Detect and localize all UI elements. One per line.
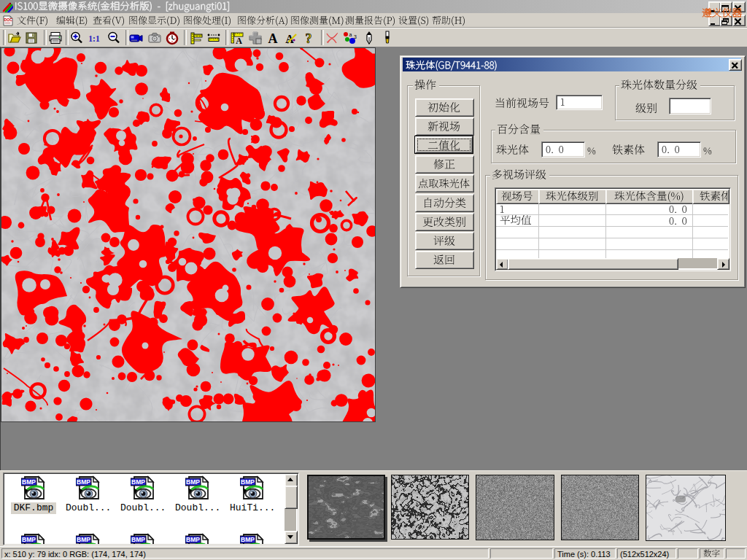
svg-text:BMP: BMP	[77, 536, 90, 543]
svg-text:A: A	[236, 36, 242, 46]
svg-text:A: A	[268, 31, 278, 46]
svg-text:3: 3	[354, 34, 357, 39]
svg-text:BMP: BMP	[131, 478, 145, 486]
svg-text:BMP: BMP	[241, 536, 255, 543]
svg-text:BMP: BMP	[241, 478, 255, 486]
svg-text:BMP: BMP	[131, 536, 145, 543]
svg-text:BMP: BMP	[77, 478, 90, 486]
svg-text:?: ?	[306, 31, 312, 46]
svg-text:BMP: BMP	[22, 536, 36, 543]
svg-text:BMP: BMP	[22, 478, 36, 486]
svg-text:DOC: DOC	[4, 18, 12, 22]
svg-text:1:1: 1:1	[88, 34, 100, 43]
svg-text:BMP: BMP	[186, 478, 200, 486]
svg-text:BMP: BMP	[186, 536, 200, 543]
svg-text:a: a	[349, 32, 352, 37]
